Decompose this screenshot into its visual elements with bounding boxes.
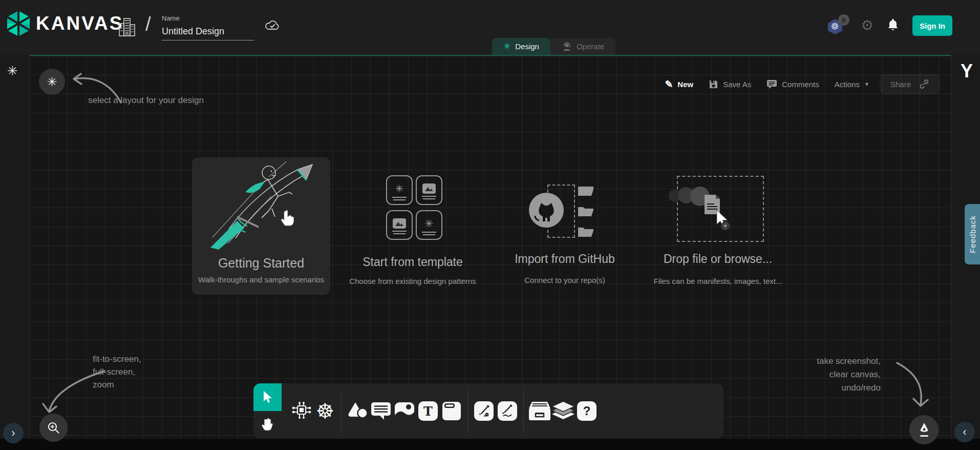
share-link-icon: [919, 79, 929, 89]
breadcrumb-separator: /: [145, 13, 151, 35]
getting-started-subtitle: Walk-throughs and sample scenarios: [192, 275, 330, 284]
swirl-icon: ✳: [395, 182, 404, 195]
drawer-tool[interactable]: [528, 399, 551, 423]
pointer-tools-group: [253, 383, 282, 439]
notifications-bell-icon[interactable]: [887, 18, 899, 34]
save-as-label: Save As: [723, 80, 751, 89]
hand-cursor-icon: [280, 209, 295, 228]
comment-icon: [766, 79, 777, 89]
operator-headset-icon: [562, 42, 572, 51]
header-right-cluster: ☸ 0 ⚙ Sign In: [827, 15, 952, 36]
template-tiles: ✳ ✳: [386, 175, 440, 240]
layers-tool[interactable]: [551, 399, 575, 423]
drawer-icon: [528, 401, 551, 421]
kubernetes-wheel-icon: ☸: [830, 21, 839, 32]
zoom-hint-arrow: [42, 365, 109, 416]
layout-hint-text: select a layout for your design: [88, 95, 204, 106]
circuit-icon: [291, 402, 312, 420]
shapes-tool[interactable]: [346, 399, 369, 423]
toolbar-divider: [341, 390, 342, 433]
toolbar-divider: [523, 390, 524, 433]
kanvas-app: KANVAS / Name: [0, 0, 980, 450]
design-name-field: Name: [162, 14, 255, 40]
pen-actions-button[interactable]: [909, 415, 939, 444]
chevron-right-icon: ›: [11, 426, 15, 440]
layers-icon: [552, 401, 574, 421]
text-tool-icon: T: [418, 401, 438, 421]
tab-operate[interactable]: Operate: [550, 38, 615, 55]
layout-selector-button[interactable]: ✳: [39, 69, 65, 95]
template-title: Start from template: [341, 255, 484, 269]
template-tile-image: [416, 175, 442, 205]
bottom-strip: [0, 439, 980, 450]
swirl-icon: ✳: [425, 217, 434, 230]
new-label: New: [677, 80, 693, 89]
cloud-sync-icon: [265, 19, 280, 34]
pencil-draw-tool[interactable]: [496, 399, 519, 423]
tab-design[interactable]: ✳ Design: [492, 38, 550, 55]
comment-tool[interactable]: [369, 399, 393, 423]
plus-badge-icon: +: [721, 221, 730, 230]
feedback-label: Feedback: [968, 215, 977, 253]
screenshot-hint-text: take screenshot, clear canvas, undo/redo: [778, 355, 881, 395]
comments-button[interactable]: Comments: [762, 79, 823, 89]
shapes-icon: [347, 401, 368, 421]
drop-title: Drop file or browse...: [650, 252, 785, 266]
meshery-swirl-icon[interactable]: ✳: [7, 64, 18, 78]
floppy-disk-icon: [709, 79, 718, 89]
getting-started-title: Getting Started: [192, 256, 330, 271]
brand-logo[interactable]: KANVAS: [6, 10, 124, 37]
toolbar-divider: [467, 390, 468, 433]
y-logo: Y: [956, 60, 977, 82]
note-tool[interactable]: [440, 399, 463, 423]
image-icon: [422, 183, 436, 194]
collapse-right-panel-button[interactable]: ‹: [954, 422, 975, 442]
hint-line: fit-to-screen,: [93, 353, 141, 365]
select-tool[interactable]: [253, 383, 282, 411]
pencil-icon: ✎: [665, 78, 673, 90]
kubernetes-wheel-icon: ☸: [316, 401, 334, 421]
new-button[interactable]: ✎ New: [661, 78, 697, 90]
design-name-input[interactable]: [162, 25, 254, 40]
tab-operate-label: Operate: [577, 42, 604, 51]
name-label: Name: [162, 14, 255, 22]
feedback-tab[interactable]: Feedback: [965, 204, 980, 264]
pencil-draw-icon: [498, 401, 517, 421]
sign-in-button[interactable]: Sign In: [912, 15, 952, 36]
screenshot-hint-arrow: [892, 359, 929, 410]
template-subtitle: Choose from existing design patterns: [336, 277, 489, 285]
template-tile-swirl: ✳: [416, 210, 442, 240]
organization-icon[interactable]: [118, 16, 136, 40]
mode-tabs: ✳ Design Operate: [492, 38, 615, 55]
pan-tool[interactable]: [253, 411, 282, 439]
settings-gear-icon[interactable]: ⚙: [861, 18, 874, 33]
design-swirl-icon: ✳: [503, 41, 510, 52]
save-as-button[interactable]: Save As: [705, 79, 755, 89]
help-tool[interactable]: ?: [575, 399, 599, 423]
select-arrow-icon: [262, 391, 273, 403]
kubernetes-tool[interactable]: ☸: [313, 399, 337, 423]
image-icon: [393, 218, 406, 229]
repo-folders-icons: [577, 183, 595, 241]
pen-tool[interactable]: [472, 399, 496, 423]
zoom-button[interactable]: [39, 414, 68, 442]
github-subtitle: Connect to your repo(s): [498, 276, 631, 284]
actions-label: Actions: [835, 80, 860, 89]
hint-line: take screenshot,: [778, 355, 881, 368]
component-tool[interactable]: [290, 399, 313, 423]
pen-nib-icon: [918, 422, 931, 438]
pen-tool-icon: [474, 401, 494, 421]
app-header: KANVAS / Name: [0, 0, 980, 55]
github-title: Import from GitHub: [498, 252, 631, 266]
text-tool[interactable]: T: [416, 399, 440, 423]
actions-dropdown[interactable]: Actions ▾: [830, 80, 872, 89]
left-sidebar-strip: [0, 55, 30, 439]
share-button[interactable]: Share: [880, 74, 940, 94]
chevron-down-icon: ▾: [865, 80, 868, 88]
expand-left-panel-button[interactable]: ›: [3, 423, 24, 443]
chevron-left-icon: ‹: [963, 425, 966, 439]
image-tool[interactable]: [393, 399, 416, 423]
sticky-note-icon: [442, 401, 461, 421]
getting-started-card[interactable]: Getting Started Walk-throughs and sample…: [192, 157, 330, 295]
kubernetes-context-button[interactable]: ☸ 0: [827, 15, 847, 36]
